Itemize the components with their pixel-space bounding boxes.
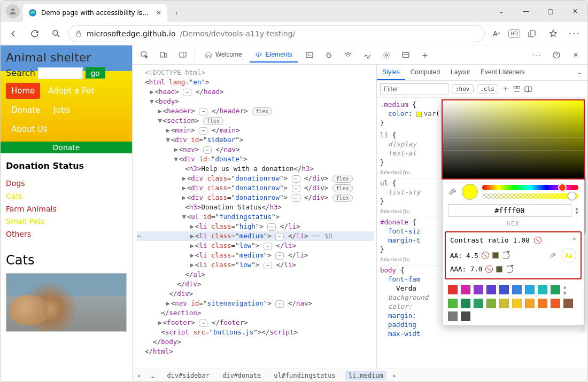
palette-swatch[interactable] — [551, 285, 560, 294]
hd-icon[interactable]: HD — [508, 29, 520, 38]
palette-swatch[interactable] — [538, 285, 547, 294]
palette-swatch[interactable] — [461, 299, 470, 308]
nav-jobs[interactable]: Jobs — [48, 102, 75, 118]
donate-button[interactable]: Donate — [1, 142, 132, 153]
palette-swatch[interactable] — [499, 299, 509, 308]
search-input[interactable] — [38, 68, 82, 79]
crumb[interactable]: … — [147, 371, 157, 380]
nav-adopt[interactable]: Adopt a Pet — [43, 83, 99, 99]
tab-styles[interactable]: Styles — [377, 65, 405, 80]
minimize-button[interactable]: ― — [514, 1, 538, 22]
list-item[interactable]: Others — [6, 228, 127, 241]
device-toggle-icon[interactable] — [156, 48, 171, 63]
add-panel-icon[interactable]: ＋ — [417, 48, 432, 63]
palette-swatch[interactable] — [551, 299, 560, 308]
close-devtools-icon[interactable]: ✕ — [568, 48, 583, 63]
issues-icon[interactable] — [321, 48, 336, 63]
list-item[interactable]: Cats — [6, 190, 127, 203]
crumb[interactable]: div#sidebar — [164, 371, 212, 380]
palette-swatch[interactable] — [448, 285, 458, 294]
go-button[interactable]: go — [86, 67, 105, 79]
crumb[interactable]: ul#fundingstatus — [270, 371, 339, 380]
favorite-icon[interactable] — [544, 24, 563, 43]
maximize-button[interactable]: ▢ — [538, 1, 563, 22]
styles-filter-input[interactable] — [380, 83, 448, 95]
hue-slider[interactable] — [482, 185, 578, 190]
close-tab-icon[interactable]: ✕ — [153, 7, 164, 18]
more-options-icon[interactable]: ··· — [530, 48, 545, 63]
palette-swatch[interactable] — [448, 299, 458, 308]
browser-tab[interactable]: Demo page with accessibility issu ✕ — [23, 4, 167, 22]
apply-aaa-icon[interactable] — [506, 266, 513, 273]
new-tab-button[interactable]: ＋ — [167, 4, 185, 22]
url-field[interactable]: microsoftedge.github.io/Demos/devtools-a… — [68, 25, 485, 42]
palette-swatch[interactable] — [448, 311, 458, 321]
tab-welcome[interactable]: Welcome — [199, 48, 247, 63]
elements-tree[interactable]: <!DOCTYPE html> <html lang="en"> ▶<head>… — [133, 65, 376, 369]
list-item[interactable]: Dogs — [6, 177, 127, 190]
tab-computed[interactable]: Computed — [405, 65, 445, 80]
flexbox-editor-icon[interactable] — [513, 85, 521, 93]
palette-swatch[interactable] — [512, 285, 522, 294]
list-item[interactable]: Farm Animals — [6, 203, 127, 216]
network-conditions-icon[interactable] — [341, 48, 355, 63]
palette-swatch[interactable] — [563, 299, 573, 308]
tabs-dropdown-icon[interactable]: ⌄ — [489, 1, 514, 22]
new-style-rule-icon[interactable]: ＋ — [501, 83, 510, 95]
collections-icon[interactable] — [522, 24, 541, 43]
palette-swatch[interactable] — [538, 299, 547, 308]
apply-aa-icon[interactable] — [502, 252, 509, 259]
styles-more[interactable]: ⌄ — [571, 65, 587, 80]
palette-swatch[interactable] — [461, 311, 470, 321]
palette-swatch[interactable] — [486, 285, 496, 294]
tab-elements[interactable]: Elements — [250, 48, 298, 63]
list-item[interactable]: Small Pets — [6, 215, 127, 228]
refresh-button[interactable] — [25, 24, 44, 43]
profile-avatar[interactable] — [6, 4, 20, 18]
hex-input[interactable] — [448, 204, 571, 217]
nav-home[interactable]: Home — [6, 83, 40, 99]
palette-swatch[interactable] — [512, 299, 522, 308]
palette-swatch[interactable] — [525, 285, 535, 294]
contrast-toggle-icon[interactable]: ⌃ — [572, 236, 576, 245]
settings-more-icon[interactable]: ··· — [565, 24, 584, 43]
format-switch[interactable]: ▲▼ — [576, 206, 578, 215]
color-gradient[interactable] — [442, 99, 585, 180]
rendering-icon[interactable] — [360, 48, 375, 63]
back-button[interactable] — [4, 24, 23, 43]
crumb-next-icon[interactable]: ▸ — [393, 372, 397, 379]
close-window-button[interactable]: ✕ — [563, 1, 587, 22]
bg-eyedropper-icon[interactable] — [548, 251, 558, 260]
tab-layout[interactable]: Layout — [445, 65, 475, 80]
selected-dom-node[interactable]: ⋯ ▶<li class="medium"> ⋯ </li> == $0 — [137, 231, 374, 241]
gear-icon[interactable] — [379, 48, 394, 63]
tab-events[interactable]: Event Listeners — [475, 65, 530, 80]
palette-swatch[interactable] — [525, 299, 535, 308]
color-swatch[interactable] — [416, 112, 422, 117]
nav-donate[interactable]: Donate — [6, 102, 46, 118]
suggested-aaa-swatch[interactable] — [496, 266, 502, 272]
hov-toggle[interactable]: :hov — [452, 84, 474, 93]
computed-panel-icon[interactable] — [524, 85, 532, 93]
dock-icon[interactable] — [175, 48, 190, 63]
help-icon[interactable] — [549, 48, 564, 63]
crumb-active[interactable]: li.medium — [345, 371, 386, 380]
palette-swatch[interactable] — [486, 299, 496, 308]
alpha-slider[interactable] — [482, 193, 578, 199]
nav-about[interactable]: About Us — [6, 121, 53, 137]
palette-swatch[interactable] — [474, 299, 483, 308]
palette-swatch[interactable] — [499, 285, 509, 294]
cls-toggle[interactable]: .cls — [477, 84, 499, 93]
read-aloud-icon[interactable]: A» — [487, 24, 506, 43]
palette-swatch[interactable] — [461, 285, 470, 294]
palette-swatch[interactable] — [474, 285, 483, 294]
eyedropper-icon[interactable] — [448, 187, 458, 197]
suggested-aa-swatch[interactable] — [492, 252, 499, 259]
search-icon[interactable] — [47, 24, 66, 43]
palette-switch[interactable]: ▲▼ — [563, 285, 573, 295]
crumb[interactable]: div#donate — [219, 371, 264, 380]
console-drawer-icon[interactable] — [302, 48, 317, 63]
crumb-prev-icon[interactable]: ◂ — [137, 372, 141, 379]
panel-toggle-icon[interactable] — [398, 48, 413, 63]
inspect-icon[interactable] — [137, 48, 152, 63]
